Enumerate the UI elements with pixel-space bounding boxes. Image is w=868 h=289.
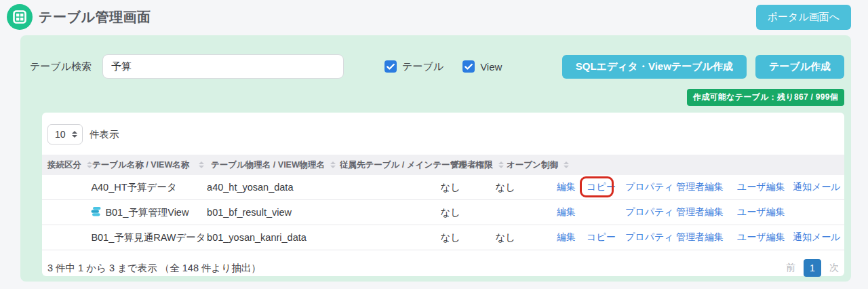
checkbox-table-label: テーブル [402,60,443,73]
top-bar: テーブル管理画面 ポータル画面へ [0,0,868,34]
admin-edit-link[interactable]: 管理者編集 [676,181,724,192]
col-header-physical[interactable]: テーブル物理名 / VIEW物理名 [211,159,340,171]
page-length-value: 10 [55,129,66,140]
checkbox-checked-icon [462,60,475,73]
select-updown-icon [72,131,77,138]
copy-link[interactable]: コピー [587,231,616,242]
checkbox-table[interactable]: テーブル [384,60,443,73]
page-length-row: 10 件表示 [42,124,844,144]
col-header-open[interactable]: オープン制御 [507,159,570,171]
search-row: テーブル検索 テーブル View SQLエディタ・Viewテーブル作成 テーブル… [30,54,844,79]
open-control-cell: なし [495,231,557,244]
col-header-name[interactable]: テーブル名称 / VIEW名称 [92,159,211,171]
col-header-admin[interactable]: 管理者権限 [450,159,507,171]
pagination-page-1[interactable]: 1 [804,259,821,277]
table-row: B01_予算管理View b01_bf_result_view なし 編集 プロ… [42,200,844,225]
sort-icon [564,161,569,168]
remaining-tables-badge: 作成可能なテーブル：残り867 / 999個 [687,89,844,106]
properties-link[interactable]: プロパティ [625,181,674,192]
checkbox-checked-icon [384,60,397,73]
physical-name-cell: b01_bf_result_view [207,207,332,218]
sort-icon [87,161,92,168]
pagination-next[interactable]: 次 [829,262,839,274]
user-edit-link[interactable]: ユーザ編集 [737,206,785,217]
pagination-prev[interactable]: 前 [786,262,795,274]
filter-checkboxes: テーブル View [384,60,502,73]
properties-link[interactable]: プロパティ [625,231,674,242]
table-search-input[interactable] [102,54,344,79]
tables-list: 接続区分 テーブル名称 / VIEW名称 テーブル物理名 / VIEW物理名 従… [42,155,844,250]
table-name-cell: A40_HT予算データ [91,181,207,194]
properties-link[interactable]: プロパティ [625,206,674,217]
admin-edit-link[interactable]: 管理者編集 [676,231,724,242]
edit-link[interactable]: 編集 [557,231,576,242]
page-length-suffix: 件表示 [90,128,119,141]
main-panel: テーブル検索 テーブル View SQLエディタ・Viewテーブル作成 テーブル… [20,35,851,282]
admin-permission-cell: なし [440,206,495,219]
portal-button[interactable]: ポータル画面へ [756,5,851,30]
checkbox-view-label: View [480,61,502,73]
checkbox-view[interactable]: View [462,60,502,73]
notify-mail-link[interactable]: 通知メール [793,231,841,242]
table-row: B01_予算見通RAWデータ b01_yosan_kanri_data なし な… [42,225,844,250]
table-name-cell: B01_予算管理View [91,206,207,219]
sql-editor-view-create-button[interactable]: SQLエディタ・Viewテーブル作成 [562,55,747,79]
open-control-cell: なし [495,181,557,194]
col-header-parent[interactable]: 従属先テーブル / メインテーブル [340,159,450,171]
user-edit-link[interactable]: ユーザ編集 [737,181,785,192]
physical-name-cell: b01_yosan_kanri_data [207,232,332,243]
table-row: A40_HT予算データ a40_ht_yosan_data なし なし 編集 コ… [42,175,844,200]
col-header-connection[interactable]: 接続区分 [42,159,92,171]
table-card: 10 件表示 接続区分 テーブル名称 / VIEW名称 テーブル物理名 / VI… [42,113,844,276]
table-grid-icon [7,4,33,30]
search-label: テーブル検索 [30,60,92,73]
results-info-text: 3 件中 1 から 3 まで表示 （全 148 件より抽出） [47,262,261,275]
admin-permission-cell: なし [440,231,495,244]
page-length-select[interactable]: 10 [47,124,83,144]
table-header-row: 接続区分 テーブル名称 / VIEW名称 テーブル物理名 / VIEW物理名 従… [42,155,844,175]
admin-permission-cell: なし [440,181,495,194]
page-title: テーブル管理画面 [39,8,151,26]
edit-link[interactable]: 編集 [557,181,576,192]
physical-name-cell: a40_ht_yosan_data [207,182,332,193]
view-stack-icon [91,207,101,218]
table-footer: 3 件中 1 から 3 まで表示 （全 148 件より抽出） 前 1 次 [42,250,844,277]
table-name-cell: B01_予算見通RAWデータ [91,231,207,244]
create-table-button[interactable]: テーブル作成 [755,55,844,79]
sort-icon [498,161,504,168]
admin-edit-link[interactable]: 管理者編集 [676,206,724,217]
copy-link[interactable]: コピー [587,181,616,192]
user-edit-link[interactable]: ユーザ編集 [737,231,785,242]
sort-icon [199,161,204,168]
pagination: 前 1 次 [786,259,839,277]
sort-icon [330,161,336,168]
edit-link[interactable]: 編集 [557,206,576,217]
notify-mail-link[interactable]: 通知メール [793,181,841,192]
